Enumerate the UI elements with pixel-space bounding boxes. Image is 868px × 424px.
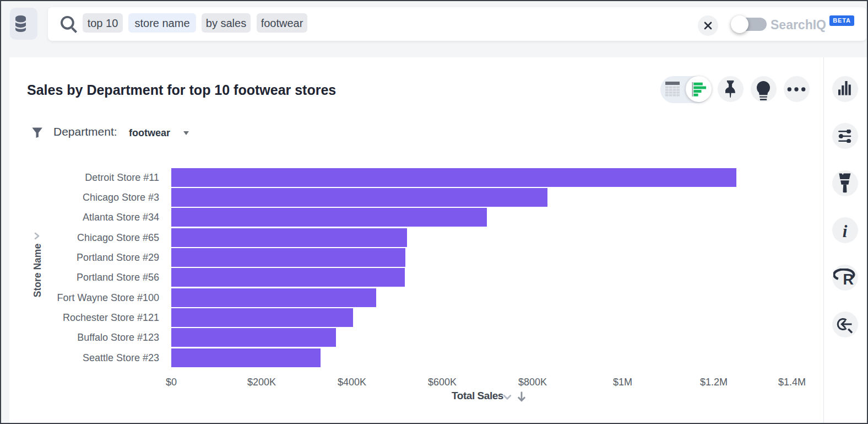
svg-text:R: R xyxy=(843,271,854,287)
